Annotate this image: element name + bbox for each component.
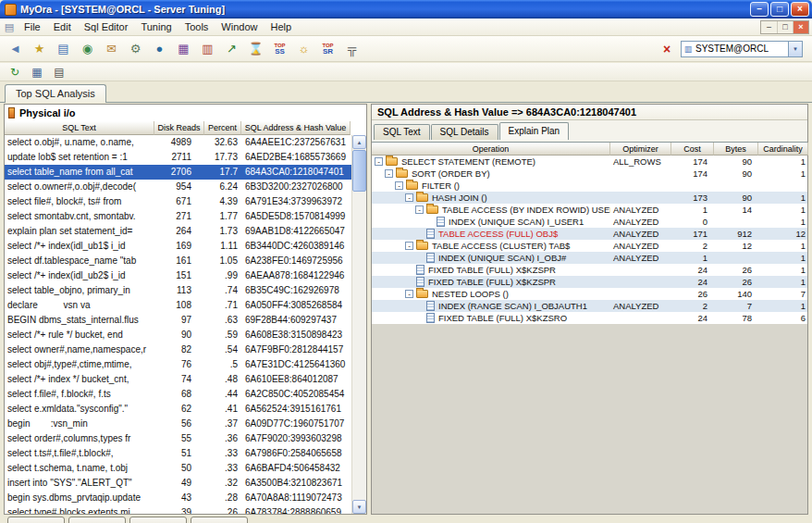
top-sql-statements-icon[interactable]: TOPSS [269, 39, 290, 59]
mail-icon[interactable]: ✉ [101, 39, 122, 59]
memory-icon[interactable]: ▦ [173, 39, 194, 59]
scroll-up-button[interactable]: ▲ [352, 135, 366, 149]
sql-row[interactable]: BEGIN dbms_stats_internal.flus97.6369F28… [5, 313, 351, 328]
sql-row[interactable]: select obj#,type#,ctime,mtime,76.56A7E31… [5, 357, 351, 372]
tree-expander[interactable]: - [405, 193, 413, 202]
scroll-down-button[interactable]: ▼ [352, 500, 366, 514]
tree-expander[interactable]: - [415, 205, 424, 214]
sql-row[interactable]: select /*+ index(idl_ub1$ i_id1691.116B3… [5, 239, 351, 254]
tab-explain-plan[interactable]: Explain Plan [499, 122, 570, 140]
plan-row[interactable]: -NESTED LOOPS ()261407 [372, 288, 807, 300]
tab-sql-text[interactable]: SQL Text [374, 124, 430, 140]
column-header-bytes[interactable]: Bytes [714, 143, 758, 156]
menu-item-file[interactable]: File [18, 19, 47, 35]
sql-row[interactable]: select t.ts#,t.file#,t.block#,51.336A798… [5, 446, 351, 461]
session-combobox[interactable]: ▥ SYSTEM@ORCL ▼ [681, 41, 803, 57]
plan-row[interactable]: INDEX (UNIQUE SCAN) I_USER1ANALYZED01 [372, 216, 807, 228]
column-header-percent[interactable]: Percent [204, 121, 241, 135]
menu-item-tools[interactable]: Tools [178, 19, 215, 35]
chart-icon[interactable]: ↗ [221, 39, 242, 59]
sql-row[interactable]: select /*+ index(idl_ub2$ i_id151.996AEA… [5, 268, 351, 283]
menu-item-window[interactable]: Window [215, 19, 264, 35]
sql-row[interactable]: select df.tablespace_name "tab1611.056A2… [5, 254, 351, 268]
network-icon[interactable]: ◉ [77, 39, 98, 59]
plan-row[interactable]: -SELECT STATEMENT (REMOTE)ALL_ROWS174901 [372, 156, 807, 168]
combo-dropdown-button[interactable]: ▼ [788, 42, 802, 56]
column-header-disk-reads[interactable]: Disk Reads [154, 121, 204, 135]
sql-row[interactable]: select /*+ index */ bucket_cnt,74.486A61… [5, 372, 351, 387]
sql-row[interactable]: select t.schema, t.name, t.obj50.336A6BA… [5, 461, 351, 476]
plan-row[interactable]: -TABLE ACCESS (BY INDEX ROWID) USER$ANAL… [372, 204, 807, 216]
plan-row[interactable]: INDEX (UNIQUE SCAN) I_OBJ#ANALYZED11 [372, 252, 807, 264]
sql-row[interactable]: select f.file#, f.block#, f.ts68.446A2C8… [5, 387, 351, 402]
sql-row[interactable]: select owner#,name,namespace,r82.546A7F9… [5, 342, 351, 357]
plan-row[interactable]: -FILTER () [372, 180, 807, 192]
storage-icon[interactable]: ▥ [197, 39, 218, 59]
tree-expander[interactable]: - [385, 169, 393, 178]
plan-row[interactable]: FIXED TABLE (FULL) X$KZSPR24261 [372, 264, 807, 276]
lamp-icon[interactable]: ☼ [293, 39, 314, 59]
plan-row[interactable]: INDEX (RANGE SCAN) I_OBJAUTH1ANALYZED271 [372, 300, 807, 312]
session-icon[interactable]: ● [149, 39, 170, 59]
disconnect-icon[interactable]: × [658, 42, 675, 56]
key-icon[interactable]: ★ [29, 39, 50, 59]
column-header-sql-address-hash-value[interactable]: SQL Address & Hash Value [241, 121, 351, 135]
bottom-button-4[interactable] [191, 517, 248, 523]
sql-row[interactable]: declare vsn va108.716A050FF4:3085268584 [5, 298, 351, 313]
column-header-sql-text[interactable]: SQL Text [5, 121, 154, 135]
tab-top-sql-analysis[interactable]: Top SQL Analysis [5, 84, 106, 103]
minimize-button[interactable]: – [750, 2, 769, 17]
sql-row[interactable]: select e.xmldata."sysconfig"."62.416A562… [5, 402, 351, 417]
sql-row[interactable]: begin sys.dbms_prvtaqip.update43.286A70A… [5, 491, 351, 505]
window-grid-icon[interactable]: ▦ [28, 64, 46, 80]
close-button[interactable]: × [791, 2, 809, 17]
refresh-icon[interactable]: ↻ [6, 64, 24, 80]
mdi-restore-button[interactable]: □ [777, 21, 793, 33]
bottom-button-3[interactable] [129, 517, 187, 523]
sql-row[interactable]: select smontabv.cnt, smontabv.2711.776A5… [5, 209, 351, 224]
top-sql-resources-icon[interactable]: TOPSR [317, 39, 338, 59]
bottom-button-2[interactable] [68, 517, 126, 523]
sql-row[interactable]: update lob$ set retention = :1271117.736… [5, 150, 351, 165]
sql-row[interactable]: begin :vsn_min56.376A09D77C:1960751707 [5, 417, 351, 431]
plan-row[interactable]: -SORT (ORDER BY)174901 [372, 168, 807, 180]
gear-icon[interactable]: ⚙ [125, 39, 146, 59]
sql-row[interactable]: select o.obj#, u.name, o.name,498932.636… [5, 135, 351, 150]
sql-row[interactable]: select type#,blocks,extents,mi39.266A783… [5, 505, 351, 514]
sql-row[interactable]: select o.owner#,o.obj#,decode(9546.246B3… [5, 180, 351, 194]
column-header-cost[interactable]: Cost [671, 143, 714, 156]
maximize-button[interactable]: □ [770, 2, 789, 17]
sql-row[interactable]: explain plan set statement_id=2641.7369A… [5, 224, 351, 239]
sql-row[interactable]: select table_objno, primary_in113.746B35… [5, 283, 351, 298]
column-header-cardinality[interactable]: Cardinality [758, 143, 808, 156]
plan-row[interactable]: TABLE ACCESS (FULL) OBJ$ANALYZED17191212 [372, 228, 807, 240]
plan-row[interactable]: -HASH JOIN ()173901 [372, 192, 807, 204]
clock-icon[interactable]: ⌛ [245, 39, 266, 59]
menu-item-help[interactable]: Help [264, 19, 298, 35]
sql-row[interactable]: select /*+ rule */ bucket, end90.596A608… [5, 328, 351, 342]
plan-row[interactable]: -TABLE ACCESS (CLUSTER) TAB$ANALYZED2121 [372, 240, 807, 252]
bottom-button-1[interactable] [7, 517, 65, 523]
vertical-scrollbar[interactable]: ▲ ▼ [351, 135, 366, 514]
tree-expander[interactable]: - [405, 242, 413, 250]
column-header-optimizer[interactable]: Optimizer [610, 143, 671, 156]
connect-icon[interactable]: ◄ [5, 39, 26, 59]
tree-expander[interactable]: - [375, 157, 383, 166]
menu-item-tuning[interactable]: Tuning [134, 19, 178, 35]
sql-row[interactable]: select order#,columns,types fr55.366A7F9… [5, 431, 351, 446]
menu-item-edit[interactable]: Edit [47, 19, 78, 35]
mdi-close-button[interactable]: × [793, 21, 808, 33]
print-icon[interactable]: ▤ [50, 64, 68, 80]
pipeline-icon[interactable]: ╦ [341, 39, 363, 59]
scrollbar-thumb[interactable] [352, 150, 366, 192]
plan-row[interactable]: FIXED TABLE (FULL) X$KZSPR24261 [372, 276, 807, 288]
tree-expander[interactable]: - [395, 181, 403, 190]
plan-row[interactable]: FIXED TABLE (FULL) X$KZSRO24786 [372, 312, 807, 324]
sql-row[interactable]: select table_name from all_cat270617.768… [5, 165, 351, 180]
tree-expander[interactable]: - [405, 290, 413, 298]
tab-sql-details[interactable]: SQL Details [431, 124, 498, 140]
column-header-operation[interactable]: Operation [372, 143, 610, 156]
mdi-minimize-button[interactable]: – [761, 21, 777, 33]
sql-row[interactable]: select file#, block#, ts# from6714.396A7… [5, 194, 351, 209]
menu-item-sql-editor[interactable]: Sql Editor [78, 19, 135, 35]
